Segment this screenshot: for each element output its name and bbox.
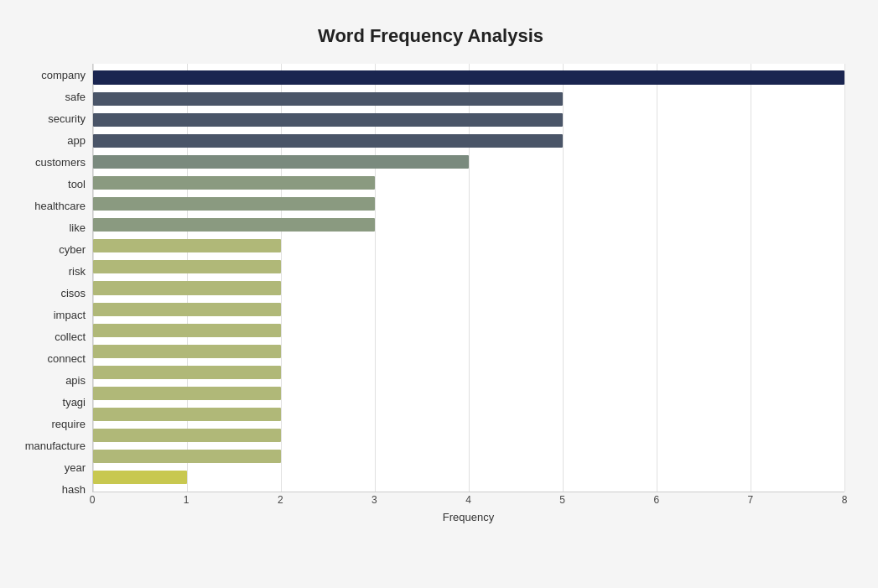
bar-row	[93, 67, 844, 88]
y-label: impact	[54, 310, 86, 320]
y-axis: companysafesecurityappcustomerstoolhealt…	[17, 64, 92, 526]
bar	[93, 345, 281, 358]
x-tick: 4	[465, 494, 471, 506]
y-label: cyber	[59, 244, 86, 255]
y-label: require	[52, 419, 86, 429]
y-label: cisos	[60, 288, 86, 299]
x-tick: 1	[184, 494, 190, 506]
bar	[93, 113, 563, 127]
x-tick: 6	[653, 494, 659, 506]
bar-row	[93, 320, 844, 341]
x-ticks: 012345678	[92, 492, 844, 509]
x-tick: 3	[371, 494, 377, 506]
y-label: security	[48, 113, 86, 124]
y-label: collect	[55, 331, 86, 342]
y-label: connect	[47, 353, 86, 364]
bar	[93, 218, 375, 232]
bar	[93, 303, 281, 316]
grid-line	[844, 64, 845, 492]
y-label: tyagi	[63, 397, 86, 408]
bar-row	[93, 341, 844, 362]
bar-row	[93, 467, 844, 488]
bar	[93, 260, 281, 273]
bar-row	[93, 172, 844, 193]
y-label: tool	[68, 179, 86, 190]
bar	[93, 92, 563, 106]
chart-area: companysafesecurityappcustomerstoolhealt…	[17, 64, 844, 526]
bar-row	[93, 446, 844, 467]
bar-row	[93, 215, 844, 236]
x-tick: 7	[748, 494, 754, 506]
x-tick: 0	[90, 494, 96, 506]
bar-row	[93, 362, 844, 382]
y-label: apis	[65, 375, 86, 386]
bar	[93, 134, 563, 148]
bar	[93, 366, 281, 379]
bar-row	[93, 130, 844, 151]
bar	[93, 197, 375, 211]
chart-title: Word Frequency Analysis	[17, 25, 844, 47]
y-label: safe	[65, 91, 86, 102]
y-label: hash	[62, 484, 86, 495]
bar-row	[93, 382, 844, 403]
x-tick: 5	[559, 494, 565, 506]
y-label: app	[67, 135, 86, 146]
bar	[93, 387, 281, 400]
x-tick: 8	[842, 494, 848, 506]
bar-row	[93, 299, 844, 320]
y-label: manufacture	[25, 440, 86, 451]
y-label: company	[41, 70, 86, 81]
x-axis: 012345678 Frequency	[92, 492, 844, 526]
bar	[93, 155, 469, 169]
bars-area	[92, 64, 844, 492]
chart-container: Word Frequency Analysis companysafesecur…	[0, 0, 878, 588]
x-tick: 2	[278, 494, 283, 506]
bar	[93, 450, 281, 463]
y-label: risk	[69, 266, 86, 277]
bars-and-xaxis: 012345678 Frequency	[92, 64, 844, 526]
y-label: like	[69, 222, 86, 233]
x-axis-label: Frequency	[92, 511, 844, 523]
bar	[93, 429, 281, 442]
bar-row	[93, 236, 844, 257]
y-label: customers	[35, 157, 86, 168]
bar	[93, 324, 281, 337]
bar-row	[93, 194, 844, 215]
bar-row	[93, 257, 844, 278]
bar-row	[93, 151, 844, 172]
bar-row	[93, 278, 844, 299]
y-label: year	[65, 462, 86, 473]
y-label: healthcare	[34, 200, 86, 211]
bar-row	[93, 425, 844, 446]
bar	[93, 70, 844, 84]
bar	[93, 239, 281, 252]
bar-row	[93, 404, 844, 425]
bars-inner	[93, 64, 844, 492]
bar-row	[93, 109, 844, 130]
bar	[93, 408, 281, 421]
bar	[93, 471, 187, 484]
bar	[93, 176, 375, 190]
bar-row	[93, 88, 844, 109]
bar	[93, 281, 281, 294]
